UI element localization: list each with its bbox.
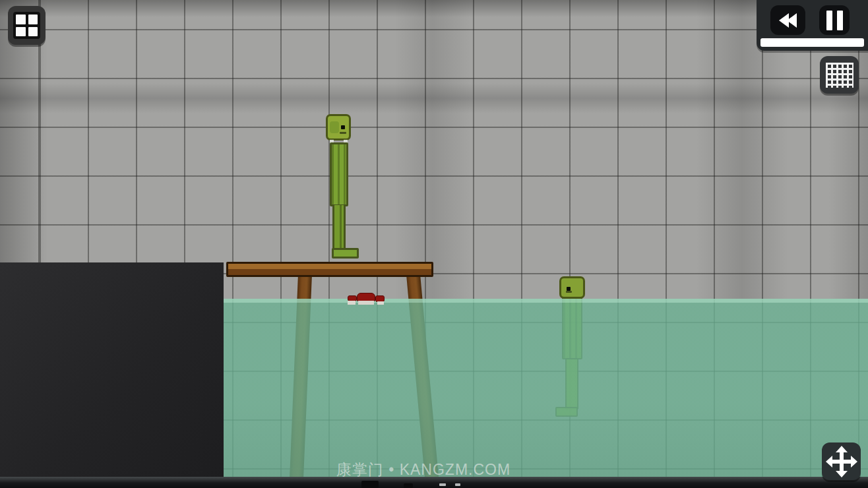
eye-icon [341, 125, 345, 129]
bottom-dash [439, 483, 446, 486]
game-scene: 康掌门 • KANGZM.COM [0, 0, 868, 488]
rewind-icon [787, 13, 797, 28]
floating-figure-foot[interactable] [555, 407, 578, 417]
table-plank[interactable] [226, 262, 433, 277]
floating-figure-torso[interactable] [562, 296, 582, 359]
grid-toggle-button[interactable] [820, 56, 859, 94]
pan-tool-button[interactable] [822, 442, 861, 480]
rewind-button[interactable] [770, 5, 805, 35]
playback-panel [757, 0, 868, 51]
red-debris-left-base [348, 301, 356, 305]
wall-shadow-vertical-1 [394, 0, 470, 299]
table-leg-right[interactable] [406, 274, 440, 488]
standing-figure-legs[interactable] [332, 205, 346, 251]
red-debris-right-base [377, 301, 384, 305]
floating-figure-head[interactable] [559, 276, 585, 299]
dark-platform-block[interactable] [0, 262, 224, 488]
wall-shadow-band [0, 83, 868, 113]
standing-figure-torso[interactable] [330, 142, 348, 206]
table-leg-left[interactable] [289, 274, 312, 488]
red-debris-center-base [358, 301, 374, 305]
mouth-line [566, 291, 572, 293]
head-shading [330, 121, 339, 133]
wall-shadow-left [0, 0, 47, 300]
pause-button[interactable] [819, 5, 850, 35]
spawn-menu-button[interactable] [8, 6, 46, 45]
window-grid-icon [13, 12, 40, 39]
standing-figure-head[interactable] [326, 114, 351, 140]
pause-icon [837, 11, 843, 30]
bottom-glyph [361, 481, 379, 488]
wall-shadow-top [0, 0, 868, 17]
bottom-dash [455, 483, 460, 486]
bottom-glyph [404, 483, 413, 488]
time-progress-bar[interactable] [760, 38, 864, 47]
pause-icon [826, 11, 832, 30]
grid-mesh-icon [826, 63, 853, 88]
floating-figure-legs[interactable] [565, 358, 578, 410]
watermark-text: 康掌门 • KANGZM.COM [305, 460, 542, 480]
standing-figure-foot[interactable] [332, 248, 359, 259]
move-arrows-icon [828, 448, 855, 475]
mouth-line [340, 132, 346, 134]
